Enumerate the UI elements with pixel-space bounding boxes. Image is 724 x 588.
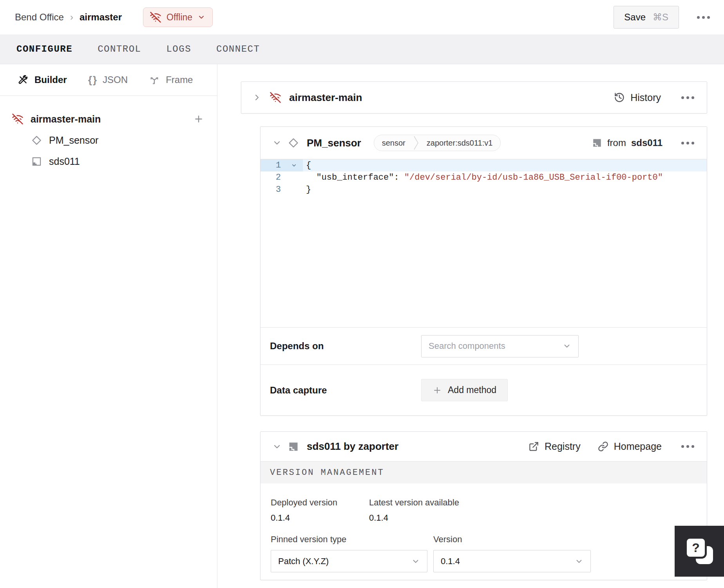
chevron-down-icon (411, 557, 420, 566)
pinned-version-type-label: Pinned version type (271, 534, 427, 545)
version-select[interactable]: 0.1.4 (433, 550, 591, 572)
history-button[interactable]: History (614, 92, 661, 103)
tab-logs[interactable]: LOGS (166, 44, 191, 54)
component-tree: airmaster-main PM_sensor (0, 96, 217, 172)
mode-frame-label: Frame (166, 74, 193, 85)
depends-on-label: Depends on (270, 341, 421, 352)
save-shortcut: ⌘S (653, 12, 668, 23)
chevron-right-icon[interactable] (252, 93, 262, 102)
code-text: { (303, 161, 311, 170)
module-icon (288, 441, 299, 452)
question-mark-icon: ? (684, 536, 715, 566)
mode-json[interactable]: { } JSON (88, 74, 128, 86)
part-title: airmaster-main (289, 92, 362, 104)
save-button[interactable]: Save ⌘S (614, 6, 679, 29)
registry-link[interactable]: Registry (529, 441, 581, 452)
tree-item-label: sds011 (49, 156, 80, 167)
tree-item-pm-sensor[interactable]: PM_sensor (0, 130, 217, 151)
component-card-header: PM_sensor sensor zaporter:sds011:v1 (261, 127, 707, 159)
machine-status-dropdown[interactable]: Offline (143, 7, 213, 27)
code-line-3[interactable]: 3 } (261, 184, 707, 196)
breadcrumb-machine: airmaster (80, 12, 122, 23)
latest-version-label: Latest version available (369, 498, 459, 508)
badge-separator-icon (413, 135, 419, 151)
tab-connect[interactable]: CONNECT (216, 44, 260, 54)
line-number: 3 (261, 184, 285, 196)
diamond-icon (288, 137, 299, 148)
code-string-value: "/dev/serial/by-id/usb-1a86_USB_Serial-i… (404, 173, 663, 182)
question-glyph: ? (692, 541, 700, 555)
from-module-name: sds011 (631, 137, 662, 148)
breadcrumb: Bend Office › airmaster (15, 12, 122, 23)
module-icon (592, 138, 602, 148)
code-line-2[interactable]: 2 "usb_interface": "/dev/serial/by-id/us… (261, 171, 707, 184)
pinned-version-type-select[interactable]: Patch (X.Y.Z) (271, 550, 427, 572)
module-card-sds011: sds011 by zaporter Registry (260, 431, 707, 580)
code-text: } (303, 185, 311, 195)
fold-spacer (285, 171, 303, 184)
fold-spacer (285, 184, 303, 196)
deployed-version-value: 0.1.4 (271, 513, 369, 523)
module-icon (31, 156, 42, 167)
config-main-panel: airmaster-main History (217, 64, 724, 588)
add-component-icon[interactable] (194, 114, 204, 124)
fold-chevron-icon[interactable] (285, 159, 303, 171)
overflow-menu-icon[interactable] (695, 14, 712, 21)
tools-icon (18, 74, 29, 85)
tab-configure[interactable]: CONFIGURE (16, 44, 72, 54)
deployed-version-label: Deployed version (271, 498, 369, 508)
version-value: 0.1.4 (441, 556, 460, 566)
tree-item-label: airmaster-main (31, 114, 101, 125)
breadcrumb-separator-icon: › (70, 12, 73, 23)
code-key: "usb_interface": (306, 173, 404, 182)
homepage-link[interactable]: Homepage (598, 441, 662, 452)
component-menu-icon[interactable] (679, 139, 697, 147)
latest-version-value: 0.1.4 (369, 513, 388, 523)
from-module-link[interactable]: from sds011 (592, 137, 662, 148)
line-number: 1 (261, 159, 285, 171)
help-button[interactable]: ? (675, 526, 724, 577)
tree-item-label: PM_sensor (49, 135, 98, 146)
mode-builder[interactable]: Builder (18, 74, 67, 85)
depends-on-select[interactable]: Search components (421, 335, 579, 357)
chevron-down-icon[interactable] (272, 138, 282, 148)
pinned-version-type-value: Patch (X.Y.Z) (278, 556, 329, 566)
depends-on-section: Depends on Search components (261, 327, 707, 364)
data-capture-section: Data capture Add method (261, 364, 707, 415)
status-label: Offline (167, 12, 192, 23)
depends-on-placeholder: Search components (429, 341, 505, 351)
history-label: History (630, 92, 661, 103)
component-type-badge: sensor zaporter:sds011:v1 (374, 135, 501, 151)
tree-item-airmaster-main[interactable]: airmaster-main (0, 108, 217, 130)
machine-tabs: CONFIGURE CONTROL LOGS CONNECT (0, 34, 724, 64)
attributes-code-editor[interactable]: 1 { 2 "usb_interface": "/dev/serial/by-i… (261, 159, 707, 327)
braces-icon: { } (88, 74, 97, 86)
link-icon (598, 441, 608, 452)
badge-type: sensor (374, 139, 413, 148)
save-label: Save (624, 12, 646, 23)
mode-frame[interactable]: Frame (149, 74, 193, 85)
wifi-off-icon (12, 113, 24, 125)
version-label: Version (433, 534, 591, 545)
axes-icon (149, 74, 160, 85)
module-card-header: sds011 by zaporter Registry (261, 432, 707, 461)
part-menu-icon[interactable] (679, 94, 697, 101)
from-label: from (607, 137, 626, 148)
wifi-off-icon (150, 11, 161, 23)
tab-control[interactable]: CONTROL (98, 44, 141, 54)
component-card-pm-sensor: PM_sensor sensor zaporter:sds011:v1 (260, 126, 707, 416)
code-line-1[interactable]: 1 { (261, 159, 707, 171)
machine-config-page: Bend Office › airmaster Offline Save ⌘S (0, 0, 724, 588)
tree-item-sds011[interactable]: sds011 (0, 151, 217, 172)
version-management-body: Deployed version Latest version availabl… (261, 483, 707, 580)
add-method-button[interactable]: Add method (421, 379, 508, 401)
mode-json-label: JSON (103, 74, 128, 85)
module-menu-icon[interactable] (679, 443, 697, 450)
external-link-icon (529, 441, 539, 452)
chevron-down-icon[interactable] (272, 442, 282, 451)
breadcrumb-location[interactable]: Bend Office (15, 12, 64, 23)
add-method-label: Add method (448, 385, 496, 395)
component-title: PM_sensor (307, 137, 361, 149)
diamond-icon (31, 135, 42, 146)
chevron-down-icon (563, 342, 571, 350)
